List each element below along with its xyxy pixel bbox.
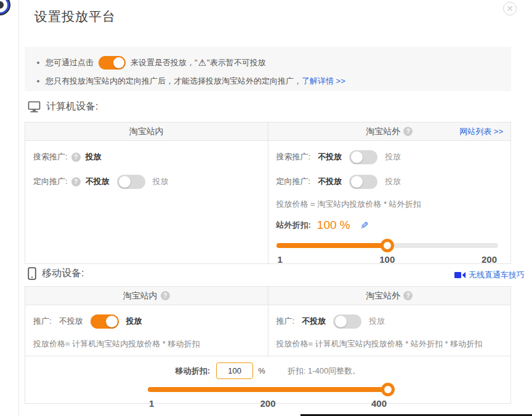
slider-fill [148, 387, 388, 392]
targeted-offsite-toggle[interactable] [349, 175, 377, 189]
state-value: 投放 [385, 151, 401, 162]
slider-handle[interactable] [381, 239, 394, 252]
offsite-discount-slider[interactable] [276, 243, 499, 248]
wireless-tips-label: 无线直通车技巧 [469, 270, 525, 281]
state-value: 投放 [153, 176, 169, 187]
slider-labels: 1 200 400 [148, 398, 388, 409]
field-label: 搜索推广: [276, 151, 311, 162]
help-icon[interactable]: ? [71, 177, 81, 186]
state-value: 不投放 [59, 316, 83, 327]
header-offsite: 淘宝站外 ? 网站列表 >> [268, 122, 511, 140]
help-icon[interactable]: ? [403, 291, 413, 300]
price-formula: 投放价格 = 淘宝站内投放价格 * 站外折扣 [276, 199, 503, 210]
mobile-offsite-toggle[interactable] [333, 314, 361, 329]
computer-table-header: 淘宝站内 淘宝站外 ? 网站列表 >> [25, 122, 510, 141]
state-value: 投放 [385, 176, 401, 187]
mobile-table-body: 推广: 不投放 投放 投放价格= 计算机淘宝站内投放价格 * 移动折扣 推广: … [25, 305, 510, 356]
mobile-offsite-cell: 推广: 不投放 投放 投放价格= 计算机淘宝站内投放价格 * 站外折扣 * 移动… [268, 305, 511, 356]
page-title: 设置投放平台 [34, 8, 116, 25]
state-value: 不投放 [318, 151, 342, 162]
warning-icon: ⚠ [198, 57, 206, 68]
state-value: 投放 [369, 316, 385, 327]
learn-more-link[interactable]: 了解详情 >> [302, 76, 345, 87]
percent-sign: % [258, 366, 265, 375]
field-label: 推广: [33, 316, 52, 327]
toggle-knob [351, 176, 363, 188]
header-label: 淘宝站外 [366, 290, 400, 302]
mobile-discount-line: 移动折扣: % 折扣: 1-400间整数。 [25, 362, 510, 379]
slider-min-label: 1 [278, 254, 283, 265]
toggle-knob [119, 176, 131, 188]
help-icon[interactable]: ? [71, 153, 81, 162]
field-label: 定向推广: [276, 176, 311, 187]
search-promo-row: 搜索推广: ? 投放 [33, 150, 260, 164]
price-formula: 投放价格= 计算机淘宝站内投放价格 * 站外折扣 * 移动折扣 [276, 338, 503, 350]
computer-table-body: 搜索推广: ? 投放 定向推广: ? 不投放 投放 搜索推广: [25, 141, 510, 263]
computer-offsite-cell: 搜索推广: 不投放 投放 定向推广: 不投放 投放 投放价格 = 淘宝站内投放价… [268, 141, 511, 263]
mobile-onsite-cell: 推广: 不投放 投放 投放价格= 计算机淘宝站内投放价格 * 移动折扣 [25, 305, 268, 356]
toggle-knob [351, 151, 363, 163]
notice-line-2: 您只有投放淘宝站内的定向推广后，才能选择投放淘宝站外的定向推广， 了解详情 >> [36, 73, 500, 90]
search-offsite-toggle[interactable] [349, 150, 377, 164]
mobile-discount-input[interactable] [216, 362, 253, 379]
toggle-knob [335, 316, 347, 327]
section-title: 计算机设备: [46, 100, 98, 113]
state-value: 不投放 [302, 316, 326, 327]
notice-text: 您可通过点击 [46, 57, 94, 68]
bullet-icon [37, 80, 39, 82]
header-onsite: 淘宝站内 ? [25, 287, 268, 305]
section-title: 移动设备: [42, 267, 84, 280]
computer-section-header: 计算机设备: [28, 100, 98, 113]
discount-value: 100 % [317, 218, 350, 232]
help-icon[interactable]: ? [161, 291, 170, 300]
set-platform-dialog: 设置投放平台 ✕ 您可通过点击 来设置是否投放，" ⚠ "表示暂不可投放 您只有… [19, 0, 532, 416]
help-icon[interactable]: ? [403, 127, 413, 136]
field-label: 搜索推广: [33, 151, 68, 162]
close-icon[interactable]: ✕ [503, 2, 517, 15]
slider-fill [276, 243, 387, 248]
wireless-tips-link[interactable]: 无线直通车技巧 [454, 270, 525, 281]
slider-handle[interactable] [381, 383, 395, 396]
state-value: 投放 [86, 151, 102, 162]
state-value: 投放 [126, 316, 142, 327]
discount-hint: 折扣: 1-400间整数。 [288, 366, 360, 377]
notice-text: 您只有投放淘宝站内的定向推广后，才能选择投放淘宝站外的定向推广， [46, 76, 302, 87]
state-value: 不投放 [318, 176, 342, 187]
targeted-onsite-toggle[interactable] [117, 175, 145, 189]
notice-line-1: 您可通过点击 来设置是否投放，" ⚠ "表示暂不可投放 [36, 54, 500, 71]
demo-toggle[interactable] [99, 56, 126, 70]
slider-labels: 1 100 200 [276, 254, 499, 265]
header-label: 淘宝站外 [366, 126, 400, 137]
discount-label: 站外折扣: [276, 220, 311, 231]
mobile-onsite-toggle[interactable] [91, 314, 119, 329]
screen: 设置投放平台 ✕ 您可通过点击 来设置是否投放，" ⚠ "表示暂不可投放 您只有… [0, 0, 532, 416]
notice-text: "表示暂不可投放 [207, 57, 266, 68]
mobile-discount-slider-wrap: 1 200 400 [148, 387, 388, 409]
computer-table: 淘宝站内 淘宝站外 ? 网站列表 >> 搜索推广: ? 投放 [25, 122, 511, 264]
mobile-section-header: 移动设备: [28, 267, 84, 280]
offsite-discount-line: 站外折扣: 100 % ✎ [276, 218, 503, 232]
slider-mid-label: 200 [260, 398, 275, 409]
mobile-discount-row: 移动折扣: % 折扣: 1-400间整数。 1 200 400 [25, 356, 510, 409]
notice-box: 您可通过点击 来设置是否投放，" ⚠ "表示暂不可投放 您只有投放淘宝站内的定向… [25, 47, 511, 91]
search-promo-row: 搜索推广: 不投放 投放 [276, 150, 503, 164]
discount-label: 移动折扣: [175, 366, 210, 377]
mobile-discount-slider[interactable] [148, 387, 388, 392]
toggle-knob [113, 57, 124, 68]
field-label: 推广: [276, 316, 295, 327]
mobile-table: 淘宝站内 ? 淘宝站外 ? 推广: 不投放 投放 投放价格= 计算机淘宝站内投 [25, 286, 511, 404]
header-offsite: 淘宝站外 ? [268, 287, 511, 305]
targeted-promo-row: 定向推广: ? 不投放 投放 [33, 174, 260, 189]
promo-row: 推广: 不投放 投放 [276, 314, 503, 329]
header-label: 淘宝站内 [123, 290, 158, 302]
targeted-promo-row: 定向推广: 不投放 投放 [276, 174, 503, 189]
state-value: 不投放 [86, 176, 110, 187]
field-label: 定向推广: [33, 176, 68, 187]
edit-pencil-icon[interactable]: ✎ [360, 220, 368, 231]
header-label: 淘宝站内 [129, 126, 164, 137]
phone-icon [28, 267, 36, 280]
bullet-icon [37, 62, 39, 64]
offsite-discount-slider-wrap: 1 100 200 [276, 243, 503, 265]
website-list-link[interactable]: 网站列表 >> [459, 122, 503, 141]
toggle-knob [106, 316, 118, 327]
